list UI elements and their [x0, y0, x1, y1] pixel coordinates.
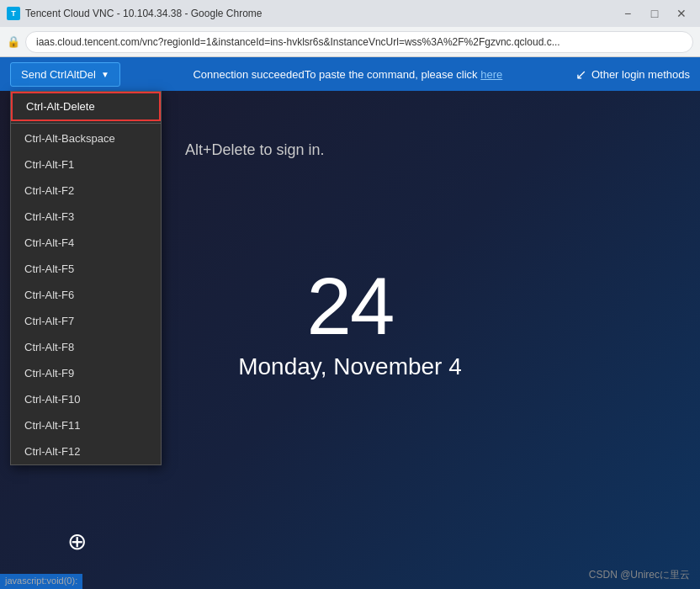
- lock-message: Alt+Delete to sign in.: [185, 141, 325, 159]
- title-bar: T Tencent Cloud VNC - 10.104.34.38 - Goo…: [0, 0, 700, 27]
- dropdown-item-ctrl-alt-f12[interactable]: Ctrl-Alt-F12: [11, 438, 161, 464]
- vnc-toolbar: Send CtrlAltDel ▼ Connection succeededTo…: [0, 57, 700, 91]
- url-field[interactable]: iaas.cloud.tencent.com/vnc?regionId=1&in…: [25, 31, 693, 53]
- close-button[interactable]: ✕: [670, 2, 693, 25]
- address-bar: 🔒 iaas.cloud.tencent.com/vnc?regionId=1&…: [0, 27, 700, 57]
- dropdown-item-ctrl-alt-f11[interactable]: Ctrl-Alt-F11: [11, 412, 161, 438]
- status-bar: javascript:void(0):: [0, 574, 82, 589]
- dropdown-item-ctrl-alt-f5[interactable]: Ctrl-Alt-F5: [11, 256, 161, 282]
- send-ctrl-label: Send CtrlAltDel: [21, 68, 96, 81]
- dropdown-item-ctrl-alt-f6[interactable]: Ctrl-Alt-F6: [11, 282, 161, 308]
- maximize-button[interactable]: □: [643, 2, 666, 25]
- network-icon: ⊕: [67, 528, 87, 555]
- browser-icon: T: [7, 7, 20, 20]
- minimize-button[interactable]: −: [616, 2, 639, 25]
- dropdown-divider: [11, 123, 161, 124]
- dropdown-item-ctrl-alt-f7[interactable]: Ctrl-Alt-F7: [11, 308, 161, 334]
- dropdown-menu: Ctrl-Alt-DeleteCtrl-Alt-BackspaceCtrl-Al…: [10, 91, 162, 465]
- dropdown-item-ctrl-alt-f4[interactable]: Ctrl-Alt-F4: [11, 230, 161, 256]
- connection-message: Connection succeededTo paste the command…: [193, 68, 477, 81]
- login-icon: ↙: [575, 66, 586, 82]
- paste-link[interactable]: here: [480, 68, 502, 81]
- dropdown-item-ctrl-alt-f10[interactable]: Ctrl-Alt-F10: [11, 386, 161, 412]
- watermark: CSDN @Unirecに里云: [589, 568, 690, 582]
- dropdown-item-ctrl-alt-backspace[interactable]: Ctrl-Alt-Backspace: [11, 125, 161, 151]
- dropdown-item-ctrl-alt-f8[interactable]: Ctrl-Alt-F8: [11, 334, 161, 360]
- clock-date: Monday, November 4: [238, 353, 462, 380]
- dropdown-item-ctrl-alt-f1[interactable]: Ctrl-Alt-F1: [11, 151, 161, 178]
- send-ctrl-alt-del-button[interactable]: Send CtrlAltDel ▼: [10, 62, 120, 87]
- dropdown-item-ctrl-alt-f3[interactable]: Ctrl-Alt-F3: [11, 204, 161, 230]
- clock-time: 24: [307, 266, 394, 347]
- window-title: Tencent Cloud VNC - 10.104.34.38 - Googl…: [25, 8, 616, 19]
- dropdown-arrow-icon: ▼: [101, 70, 109, 79]
- dropdown-item-ctrl-alt-delete[interactable]: Ctrl-Alt-Delete: [11, 92, 161, 121]
- window-controls: − □ ✕: [616, 2, 693, 25]
- dropdown-item-ctrl-alt-f9[interactable]: Ctrl-Alt-F9: [11, 360, 161, 386]
- lock-icon: 🔒: [7, 35, 20, 48]
- other-login-button[interactable]: ↙ Other login methods: [575, 66, 690, 82]
- other-login-label: Other login methods: [591, 68, 690, 81]
- dropdown-item-ctrl-alt-f2[interactable]: Ctrl-Alt-F2: [11, 178, 161, 204]
- toolbar-message: Connection succeededTo paste the command…: [120, 68, 575, 81]
